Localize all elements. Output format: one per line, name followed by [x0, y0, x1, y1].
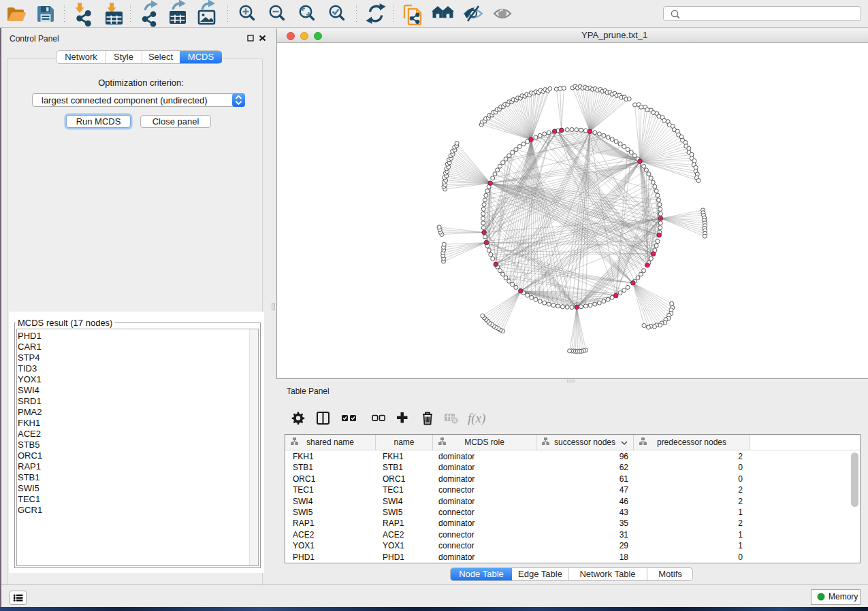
svg-text:f(x): f(x)	[468, 411, 485, 426]
